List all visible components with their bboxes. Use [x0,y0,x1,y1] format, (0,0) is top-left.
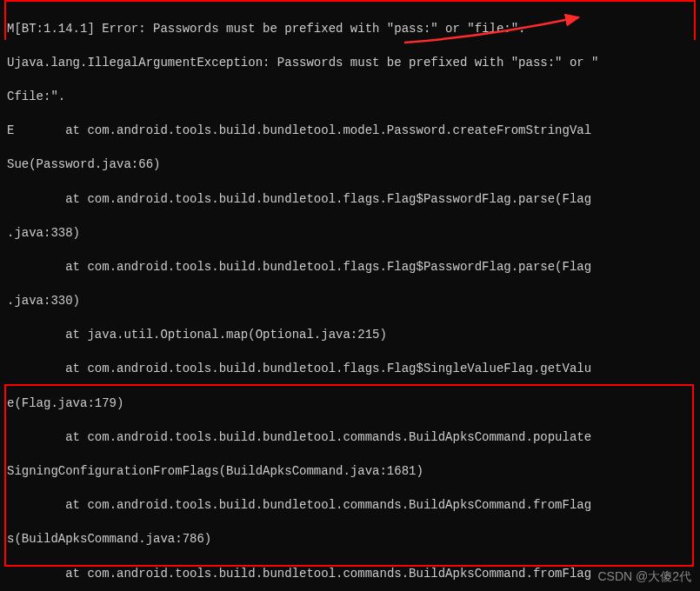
terminal-line: at com.android.tools.build.bundletool.fl… [7,191,693,209]
terminal-line: Cfile:". [7,89,693,106]
terminal-line: at java.util.Optional.map(Optional.java:… [7,327,693,344]
terminal-line: at com.android.tools.build.bundletool.co… [7,429,693,447]
terminal-line: s(BuildApksCommand.java:786) [7,531,693,548]
terminal-line: E at com.android.tools.build.bundletool.… [7,123,693,140]
terminal-line: .java:338) [7,225,693,242]
terminal-line: at com.android.tools.build.bundletool.fl… [7,259,693,276]
annotation-top-right [694,0,696,40]
terminal-line: M[BT:1.14.1] Error: Passwords must be pr… [7,21,693,38]
terminal-line: Sue(Password.java:66) [7,156,693,174]
terminal-output: M[BT:1.14.1] Error: Passwords must be pr… [0,0,700,591]
watermark-text: CSDN @大傻2代 [597,568,691,586]
terminal-line: at com.android.tools.build.bundletool.fl… [7,361,693,378]
terminal-line: at com.android.tools.build.bundletool.co… [7,566,693,583]
annotation-top-border [4,0,696,2]
annotation-top-left [4,0,6,40]
terminal-line: at com.android.tools.build.bundletool.co… [7,497,693,515]
terminal-line: Ujava.lang.IllegalArgumentException: Pas… [7,55,693,72]
terminal-line: SigningConfigurationFromFlags(BuildApksC… [7,463,693,481]
terminal-line: .java:330) [7,293,693,310]
terminal-line: e(Flag.java:179) [7,395,693,413]
